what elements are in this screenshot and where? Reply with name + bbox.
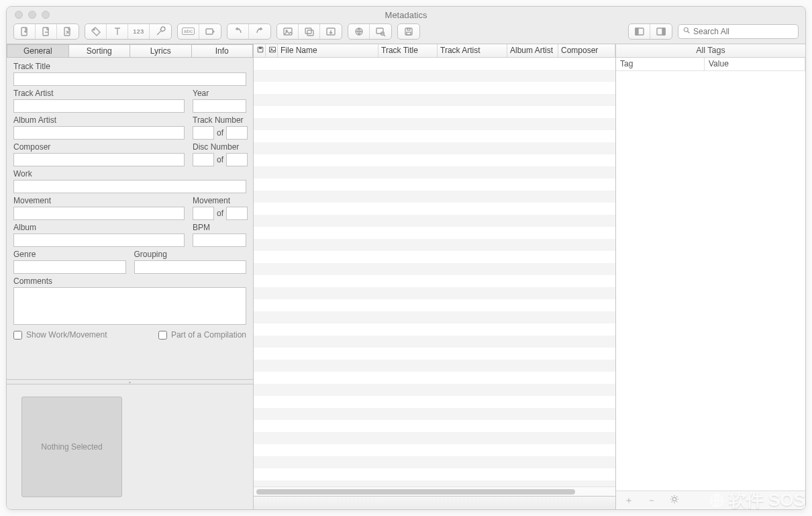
tag-button[interactable]: [85, 24, 107, 39]
close-window-icon[interactable]: [15, 11, 23, 19]
redo-button[interactable]: [249, 24, 270, 39]
inspector-splitter[interactable]: •: [7, 379, 253, 384]
disc-total-input[interactable]: [226, 153, 248, 166]
svg-point-20: [684, 28, 688, 32]
svg-rect-4: [206, 29, 213, 34]
svg-rect-14: [407, 28, 410, 30]
movement-total-input[interactable]: [226, 207, 248, 220]
right-panel-toggle[interactable]: [650, 24, 672, 39]
column-track-artist[interactable]: Track Artist: [438, 44, 507, 57]
rename-from-tags-button[interactable]: abc: [178, 24, 199, 39]
svg-point-25: [672, 497, 676, 501]
grouping-input[interactable]: [134, 260, 247, 274]
artwork-export-button[interactable]: [320, 24, 342, 39]
part-of-compilation-box[interactable]: [158, 331, 167, 340]
zoom-window-icon[interactable]: [42, 11, 50, 19]
clear-file-button[interactable]: [57, 24, 79, 39]
all-tags-title: All Tags: [616, 44, 805, 58]
left-panel-toggle[interactable]: [629, 24, 650, 39]
number-tool-button[interactable]: 123: [128, 24, 150, 39]
traffic-lights: [7, 11, 50, 19]
comments-input[interactable]: [13, 287, 246, 325]
artwork-panel: Nothing Selected: [7, 384, 253, 509]
tab-sorting[interactable]: Sorting: [68, 44, 130, 58]
status-bar: [254, 496, 615, 509]
track-number-label: Track Number: [193, 115, 246, 125]
column-art-icon[interactable]: [266, 44, 278, 57]
svg-rect-19: [662, 28, 665, 35]
bpm-input[interactable]: [193, 234, 246, 247]
file-list-body[interactable]: [254, 58, 615, 486]
search-field-wrap[interactable]: [678, 24, 799, 39]
artwork-placeholder: Nothing Selected: [41, 442, 102, 452]
comments-label: Comments: [13, 276, 246, 286]
movement-input[interactable]: [13, 207, 185, 220]
artwork-well[interactable]: Nothing Selected: [21, 397, 122, 497]
scrollbar-thumb[interactable]: [256, 489, 575, 495]
disc-number-input[interactable]: [193, 153, 214, 166]
track-title-label: Track Title: [13, 62, 246, 71]
part-of-compilation-label: Part of a Compilation: [171, 330, 246, 340]
year-input[interactable]: [193, 99, 246, 113]
all-tags-body[interactable]: [616, 71, 805, 491]
column-value[interactable]: Value: [705, 58, 805, 70]
remove-tag-button[interactable]: －: [647, 495, 656, 507]
toolbar-group-save: [397, 23, 420, 40]
tools-button[interactable]: [150, 24, 171, 39]
tag-options-button[interactable]: [670, 495, 679, 506]
track-artist-input[interactable]: [13, 99, 185, 113]
add-file-button[interactable]: [14, 24, 36, 39]
all-tags-header: Tag Value: [616, 58, 805, 71]
column-file-name[interactable]: File Name: [278, 44, 378, 57]
album-input[interactable]: [13, 234, 185, 247]
year-label: Year: [193, 89, 246, 98]
window-title: Metadatics: [7, 10, 805, 20]
tags-from-name-button[interactable]: [199, 24, 221, 39]
column-saved-icon[interactable]: [254, 44, 266, 57]
tab-info[interactable]: Info: [191, 44, 254, 58]
general-form: Track Title Track Artist Year: [7, 58, 253, 348]
undo-button[interactable]: [227, 24, 249, 39]
track-number-input[interactable]: [193, 126, 214, 140]
composer-input[interactable]: [13, 153, 185, 166]
file-list-horizontal-scrollbar[interactable]: [254, 486, 615, 496]
minimize-window-icon[interactable]: [28, 11, 36, 19]
titlebar: Metadatics: [7, 7, 805, 23]
remove-file-button[interactable]: [36, 24, 57, 39]
file-list-header: File Name Track Title Track Artist Album…: [254, 44, 615, 58]
web-lookup-button[interactable]: [348, 24, 370, 39]
column-tag[interactable]: Tag: [616, 58, 705, 70]
genre-input[interactable]: [13, 260, 126, 274]
album-artist-input[interactable]: [13, 126, 185, 140]
track-total-input[interactable]: [226, 126, 248, 140]
search-input[interactable]: [693, 27, 794, 36]
part-of-compilation-checkbox[interactable]: Part of a Compilation: [158, 330, 246, 340]
toolbar-group-lookup: [348, 23, 392, 40]
of-text-2: of: [217, 155, 223, 164]
grouping-label: Grouping: [134, 250, 247, 259]
movement-number-label: Movement: [193, 196, 246, 205]
movement-number-input[interactable]: [193, 207, 214, 220]
toolbar-group-rename: abc: [177, 23, 221, 40]
disc-number-label: Disc Number: [193, 142, 246, 152]
show-work-movement-label: Show Work/Movement: [26, 330, 107, 340]
tab-lyrics[interactable]: Lyrics: [130, 44, 191, 58]
artwork-add-button[interactable]: [277, 24, 299, 39]
art-search-button[interactable]: [370, 24, 391, 39]
album-artist-label: Album Artist: [13, 115, 185, 125]
genre-label: Genre: [13, 250, 126, 259]
track-title-input[interactable]: [13, 72, 246, 86]
show-work-movement-box[interactable]: [13, 331, 22, 340]
work-input[interactable]: [13, 180, 246, 193]
toolbar-group-edit: 123: [85, 23, 172, 40]
column-album-artist[interactable]: Album Artist: [507, 44, 558, 57]
artwork-copy-button[interactable]: [299, 24, 320, 39]
svg-rect-11: [376, 28, 383, 34]
text-tool-button[interactable]: [107, 24, 128, 39]
show-work-movement-checkbox[interactable]: Show Work/Movement: [13, 330, 107, 340]
column-composer[interactable]: Composer: [558, 44, 615, 57]
add-tag-button[interactable]: ＋: [624, 495, 633, 507]
column-track-title[interactable]: Track Title: [378, 44, 438, 57]
save-button[interactable]: [398, 24, 419, 39]
tab-general[interactable]: General: [7, 44, 68, 58]
